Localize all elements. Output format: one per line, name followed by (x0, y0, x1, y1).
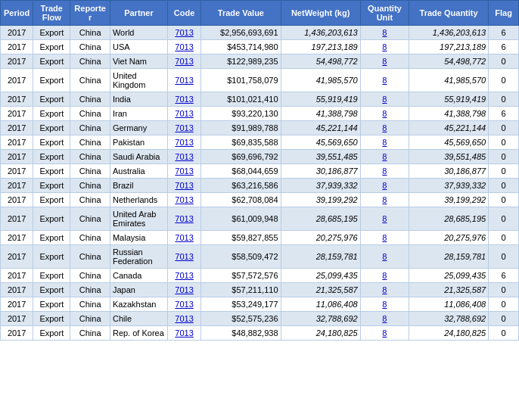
cell-code[interactable]: 7013 (167, 297, 200, 312)
cell-tradeflow: Export (33, 179, 70, 193)
cell-qty-unit[interactable]: 8 (360, 231, 409, 245)
cell-code[interactable]: 7013 (167, 121, 200, 135)
cell-code[interactable]: 7013 (167, 40, 200, 54)
cell-trade-qty: 30,186,877 (409, 164, 489, 179)
cell-qty-unit[interactable]: 8 (360, 26, 409, 40)
table-row: 2017ExportChinaPakistan7013$69,835,58845… (1, 135, 519, 150)
cell-flag: 6 (489, 40, 519, 54)
cell-trade-value: $69,835,588 (201, 135, 281, 150)
cell-code[interactable]: 7013 (167, 245, 200, 269)
cell-code[interactable]: 7013 (167, 54, 200, 69)
cell-qty-unit[interactable]: 8 (360, 164, 409, 179)
cell-partner: Netherlands (110, 193, 167, 207)
cell-qty-unit[interactable]: 8 (360, 40, 409, 54)
cell-partner: United Kingdom (110, 69, 167, 92)
cell-code[interactable]: 7013 (167, 326, 200, 341)
cell-trade-qty: 24,180,825 (409, 326, 489, 341)
cell-code[interactable]: 7013 (167, 92, 200, 107)
cell-reporter: China (70, 121, 110, 135)
cell-qty-unit[interactable]: 8 (360, 121, 409, 135)
cell-partner: Viet Nam (110, 54, 167, 69)
cell-qty-unit[interactable]: 8 (360, 297, 409, 312)
cell-reporter: China (70, 92, 110, 107)
cell-period: 2017 (1, 326, 33, 341)
cell-trade-qty: 37,939,332 (409, 179, 489, 193)
cell-net-weight: 1,436,203,613 (281, 26, 360, 40)
table-row: 2017ExportChinaRussian Federation7013$58… (1, 245, 519, 269)
cell-net-weight: 45,569,650 (281, 135, 360, 150)
cell-code[interactable]: 7013 (167, 135, 200, 150)
cell-code[interactable]: 7013 (167, 269, 200, 283)
cell-code[interactable]: 7013 (167, 312, 200, 326)
col-reporter: Reporter (70, 1, 110, 26)
table-header-row: Period Trade Flow Reporter Partner Code … (1, 1, 519, 26)
cell-trade-value: $101,758,079 (201, 69, 281, 92)
cell-net-weight: 37,939,332 (281, 179, 360, 193)
cell-qty-unit[interactable]: 8 (360, 179, 409, 193)
table-row: 2017ExportChinaUSA7013$453,714,980197,21… (1, 40, 519, 54)
cell-net-weight: 41,388,798 (281, 107, 360, 121)
cell-net-weight: 45,221,144 (281, 121, 360, 135)
cell-flag: 0 (489, 92, 519, 107)
cell-qty-unit[interactable]: 8 (360, 69, 409, 92)
table-row: 2017ExportChinaCanada7013$57,572,57625,0… (1, 269, 519, 283)
cell-qty-unit[interactable]: 8 (360, 245, 409, 269)
cell-tradeflow: Export (33, 150, 70, 164)
col-code: Code (167, 1, 200, 26)
cell-partner: Brazil (110, 179, 167, 193)
cell-qty-unit[interactable]: 8 (360, 326, 409, 341)
table-row: 2017ExportChinaIran7013$93,220,13041,388… (1, 107, 519, 121)
cell-code[interactable]: 7013 (167, 150, 200, 164)
cell-qty-unit[interactable]: 8 (360, 135, 409, 150)
cell-qty-unit[interactable]: 8 (360, 92, 409, 107)
cell-trade-value: $93,220,130 (201, 107, 281, 121)
cell-code[interactable]: 7013 (167, 179, 200, 193)
cell-code[interactable]: 7013 (167, 107, 200, 121)
cell-reporter: China (70, 297, 110, 312)
cell-period: 2017 (1, 121, 33, 135)
cell-period: 2017 (1, 269, 33, 283)
cell-trade-qty: 41,985,570 (409, 69, 489, 92)
cell-trade-value: $62,708,084 (201, 193, 281, 207)
cell-trade-value: $52,575,236 (201, 312, 281, 326)
cell-period: 2017 (1, 164, 33, 179)
cell-qty-unit[interactable]: 8 (360, 269, 409, 283)
cell-reporter: China (70, 326, 110, 341)
table-row: 2017ExportChinaBrazil7013$63,216,58637,9… (1, 179, 519, 193)
cell-qty-unit[interactable]: 8 (360, 283, 409, 297)
trade-data-table: Period Trade Flow Reporter Partner Code … (0, 0, 519, 341)
cell-trade-value: $101,021,410 (201, 92, 281, 107)
cell-qty-unit[interactable]: 8 (360, 207, 409, 231)
cell-code[interactable]: 7013 (167, 69, 200, 92)
cell-code[interactable]: 7013 (167, 231, 200, 245)
cell-net-weight: 197,213,189 (281, 40, 360, 54)
table-row: 2017ExportChinaMalaysia7013$59,827,85520… (1, 231, 519, 245)
cell-net-weight: 30,186,877 (281, 164, 360, 179)
cell-qty-unit[interactable]: 8 (360, 54, 409, 69)
cell-reporter: China (70, 193, 110, 207)
cell-trade-value: $91,989,788 (201, 121, 281, 135)
cell-code[interactable]: 7013 (167, 193, 200, 207)
cell-trade-qty: 21,325,587 (409, 283, 489, 297)
cell-reporter: China (70, 207, 110, 231)
cell-trade-value: $453,714,980 (201, 40, 281, 54)
cell-code[interactable]: 7013 (167, 283, 200, 297)
cell-qty-unit[interactable]: 8 (360, 150, 409, 164)
cell-partner: Malaysia (110, 231, 167, 245)
cell-code[interactable]: 7013 (167, 164, 200, 179)
cell-trade-qty: 28,685,195 (409, 207, 489, 231)
cell-code[interactable]: 7013 (167, 26, 200, 40)
cell-qty-unit[interactable]: 8 (360, 193, 409, 207)
cell-qty-unit[interactable]: 8 (360, 312, 409, 326)
cell-tradeflow: Export (33, 92, 70, 107)
cell-partner: Chile (110, 312, 167, 326)
cell-trade-qty: 54,498,772 (409, 54, 489, 69)
cell-trade-qty: 1,436,203,613 (409, 26, 489, 40)
col-netweight: NetWeight (kg) (281, 1, 360, 26)
cell-reporter: China (70, 26, 110, 40)
cell-code[interactable]: 7013 (167, 207, 200, 231)
cell-tradeflow: Export (33, 207, 70, 231)
cell-period: 2017 (1, 135, 33, 150)
cell-partner: Rep. of Korea (110, 326, 167, 341)
cell-qty-unit[interactable]: 8 (360, 107, 409, 121)
